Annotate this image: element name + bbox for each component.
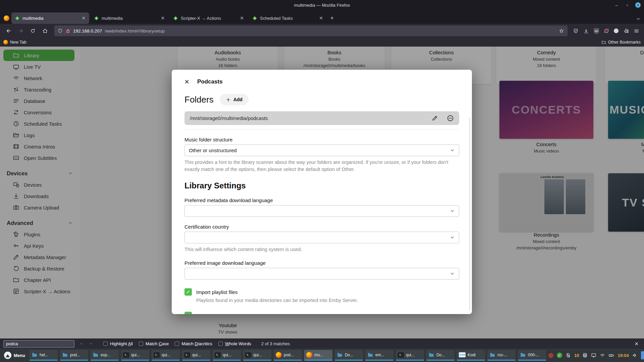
insecure-lock-icon[interactable] [65,28,70,34]
tray-badge-count: 10 [574,353,579,358]
find-next-icon[interactable] [87,340,95,348]
proxy-disabled-icon[interactable] [604,28,609,34]
find-toggle-match-diacritics[interactable]: Match Diacritics [175,341,212,346]
tab[interactable]: multimedia✕ [91,12,168,24]
protections-shield-icon[interactable] [573,28,579,34]
forward-icon[interactable] [15,26,26,36]
dialog-close-icon[interactable]: × [184,78,189,85]
taskbar-window-label: qui... [131,353,140,357]
tab-label: multimedia [22,16,78,21]
tab[interactable]: multimedia✕ [11,12,89,24]
find-toggle-whole-words[interactable]: Whole Words [218,341,251,346]
page-viewport: LibraryLive TVNetworkTranscodingDatabase… [0,47,644,339]
dialog-scrollbar[interactable] [469,117,470,311]
display-settings-icon[interactable] [591,353,596,358]
checkbox-unchecked-icon[interactable] [103,342,108,346]
show-desktop-button[interactable] [641,351,644,359]
taskbar-window-button[interactable]: Do... [335,350,363,361]
tray-app-icon[interactable] [548,353,553,358]
wifi-icon[interactable] [600,353,605,358]
folder-icon [428,352,434,358]
minimize-button[interactable]: – [614,2,619,8]
taskbar-window-button[interactable]: KODIKodi [457,350,485,361]
add-folder-button[interactable]: Add [220,94,249,105]
restore-button[interactable]: ▫ [625,2,630,8]
edit-folder-icon[interactable] [432,115,438,121]
tab[interactable]: Scripter-X → Actions✕ [170,12,248,24]
find-toggle-highlight-all[interactable]: Highlight All [103,341,133,346]
volume-icon[interactable] [632,353,638,358]
taskbar-window-label: qui... [223,353,231,357]
find-close-icon[interactable]: ✕ [634,341,641,347]
tab-close-icon[interactable]: ✕ [80,15,87,21]
printer-icon[interactable] [582,353,588,358]
taskbar-window-button[interactable]: mu... [304,350,332,361]
taskbar-window-button[interactable]: $_qui... [396,350,424,361]
ublock-icon[interactable]: uO [594,28,599,34]
url-bar[interactable]: 192.168.0.207/web/index.html#!/libraryse… [54,25,568,36]
emby-favicon [15,16,20,21]
find-previous-icon[interactable] [77,340,85,348]
taskbar-window-button[interactable]: $_qui... [213,350,241,361]
extension-icon[interactable] [614,28,619,33]
import-playlist-files-checkbox[interactable]: ✓Import playlist files [184,288,459,296]
downloads-icon[interactable] [583,28,589,34]
music-folder-structure-select[interactable]: Other or unstructured [184,144,459,156]
reload-icon[interactable] [28,26,38,36]
home-icon[interactable] [40,26,50,36]
taskbar-window-button[interactable]: exp... [91,350,119,361]
other-bookmarks[interactable]: Other Bookmarks [601,40,641,45]
find-input[interactable] [3,340,74,348]
tray-updates-ok-icon[interactable]: ✓ [557,353,562,358]
tab-close-icon[interactable]: ✕ [318,15,324,21]
taskbar-window-button[interactable]: $_qui... [243,350,271,361]
checkbox-unchecked-icon[interactable] [175,342,179,346]
tab[interactable]: Scheduled Tasks✕ [249,12,327,24]
remove-folder-icon[interactable] [447,115,454,122]
find-toolbar: Highlight AllMatch CaseMatch DiacriticsW… [0,339,644,349]
tab-label: Scheduled Tasks [260,16,315,21]
taskbar-window-button[interactable]: $_qui... [152,350,180,361]
list-tabs-icon[interactable] [636,16,641,21]
battery-charging-icon[interactable] [608,353,614,358]
notifications-muted-icon[interactable] [566,353,571,358]
applications-menu-button[interactable]: Menu [2,352,27,359]
taskbar-window-button[interactable]: $_qui... [121,350,149,361]
checkbox-unchecked-icon[interactable] [139,342,143,346]
menu-hamburger-icon[interactable] [634,28,639,34]
firefox-icon [306,352,312,358]
preferred-image-download-language-select[interactable] [184,268,459,280]
back-icon[interactable] [3,26,14,36]
clock[interactable]: 19:04 [618,353,629,358]
bookmark-new-tab[interactable]: New Tab [3,40,26,45]
navigation-toolbar: 192.168.0.207/web/index.html#!/libraryse… [0,24,644,38]
emby-favicon [173,16,178,21]
taskbar-window-label: qui... [406,353,415,357]
folder-icon [32,352,38,358]
certification-country-select[interactable] [184,232,459,243]
tab-close-icon[interactable]: ✕ [239,15,245,21]
taskbar-window-button[interactable]: em... [365,350,393,361]
terminal-icon: $_ [184,352,190,358]
folder-path-row[interactable]: /mnt/storage0/multimedia/podcasts [184,111,459,125]
shield-icon[interactable] [58,28,63,34]
new-tab-button[interactable]: + [327,13,337,23]
taskbar-window-button[interactable]: pod... [60,350,88,361]
taskbar-window-button[interactable]: rss-... [487,350,516,361]
taskbar-window-button[interactable]: $_qui... [182,350,210,361]
tab-close-icon[interactable]: ✕ [160,15,166,21]
toggle-label: Match Case [146,341,169,346]
taskbar-window-button[interactable]: Do... [426,350,454,361]
close-button[interactable]: × [635,2,641,8]
find-toggle-match-case[interactable]: Match Case [139,341,169,346]
clipped-checkbox-row[interactable]: ✓ [184,312,459,314]
preferred-metadata-download-language-select[interactable] [184,205,459,217]
taskbar-window-button[interactable]: hel... [30,350,58,361]
tab-label: multimedia [102,16,157,21]
checkbox-unchecked-icon[interactable] [218,342,223,346]
taskbar-window-button[interactable]: pod... [274,350,302,361]
extensions-puzzle-icon[interactable] [623,28,629,34]
menu-label: Menu [14,353,25,358]
taskbar-window-button[interactable]: 000-... [518,350,546,361]
bookmark-star-icon[interactable] [559,28,564,34]
